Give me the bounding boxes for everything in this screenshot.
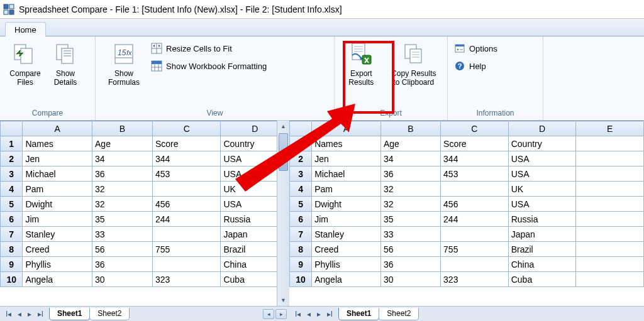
hscroll-right-icon[interactable]: ▸ xyxy=(275,309,287,319)
scroll-down-icon[interactable]: ▼ xyxy=(277,295,289,306)
cell[interactable]: Stanley xyxy=(312,227,381,242)
cell[interactable]: 56 xyxy=(92,242,153,257)
show-details-button[interactable]: Show Details xyxy=(47,39,84,87)
cell[interactable]: Russia xyxy=(508,212,576,227)
show-formulas-button[interactable]: 15fx Show Formulas xyxy=(99,39,148,87)
cell[interactable]: 32 xyxy=(92,197,153,212)
cell[interactable]: 234 xyxy=(441,182,509,197)
nav-next-icon[interactable]: ▸ xyxy=(317,310,321,318)
cell[interactable]: 244 xyxy=(441,212,509,227)
cell[interactable]: 32 xyxy=(92,182,153,197)
row-header[interactable]: 7 xyxy=(1,227,23,242)
cell[interactable]: 500 xyxy=(152,257,220,272)
cell[interactable]: Phyllis xyxy=(312,257,381,272)
row-header[interactable]: 10 xyxy=(290,272,312,287)
row-header[interactable]: 2 xyxy=(1,151,23,166)
cell[interactable]: Angela xyxy=(312,272,381,287)
cell[interactable]: 344 xyxy=(152,151,220,166)
cell[interactable]: 233 xyxy=(441,257,509,272)
cell[interactable] xyxy=(576,136,644,151)
cell[interactable]: 30 xyxy=(380,272,440,287)
row-header[interactable]: 8 xyxy=(290,242,312,257)
nav-prev-icon[interactable]: ◂ xyxy=(18,310,21,318)
cell[interactable]: Jim xyxy=(312,212,381,227)
col-header-C[interactable]: C xyxy=(152,121,220,136)
cell[interactable]: 33 xyxy=(380,227,440,242)
export-results-button[interactable]: Export Results xyxy=(338,39,384,87)
cell[interactable]: 36 xyxy=(92,166,153,182)
cell[interactable]: Cuba xyxy=(508,272,576,287)
cell[interactable]: 755 xyxy=(441,242,509,257)
row-header[interactable]: 6 xyxy=(1,212,23,227)
cell[interactable]: 244 xyxy=(152,212,220,227)
hscroll-left-icon[interactable]: ◂ xyxy=(263,309,274,319)
cell[interactable]: 533 xyxy=(152,227,220,242)
cell[interactable]: Michael xyxy=(23,166,92,182)
cell[interactable]: 36 xyxy=(380,166,440,182)
cell[interactable]: 56 xyxy=(380,242,440,257)
cell[interactable] xyxy=(576,212,644,227)
nav-last-icon[interactable]: ▸I xyxy=(327,310,333,318)
sheet-tab-sheet1[interactable]: Sheet1 xyxy=(49,308,90,320)
cell[interactable] xyxy=(576,242,644,257)
row-header[interactable]: 7 xyxy=(290,227,312,242)
nav-next-icon[interactable]: ▸ xyxy=(28,310,31,318)
cell[interactable]: Jim xyxy=(23,212,92,227)
cell[interactable] xyxy=(576,197,644,212)
cell[interactable]: UK xyxy=(508,182,576,197)
cell[interactable]: 35 xyxy=(92,212,153,227)
cell[interactable]: Score xyxy=(152,136,220,151)
resize-cells-button[interactable]: Resize Cells to Fit xyxy=(148,41,269,55)
cell[interactable]: China xyxy=(508,257,576,272)
cell[interactable]: Pam xyxy=(23,182,92,197)
cell[interactable]: Age xyxy=(380,136,440,151)
col-header-A[interactable]: A xyxy=(23,121,92,136)
row-header[interactable]: 1 xyxy=(1,136,23,151)
cell[interactable]: 344 xyxy=(441,151,509,166)
nav-prev-icon[interactable]: ◂ xyxy=(307,310,311,318)
cell[interactable]: 323 xyxy=(441,272,509,287)
row-header[interactable]: 9 xyxy=(290,257,312,272)
cell[interactable]: Creed xyxy=(312,242,381,257)
cell[interactable]: Creed xyxy=(23,242,92,257)
cell[interactable]: 34 xyxy=(92,151,153,166)
cell[interactable]: Names xyxy=(23,136,92,151)
cell[interactable] xyxy=(576,257,644,272)
col-header-B[interactable]: B xyxy=(380,121,440,136)
col-header-E[interactable]: E xyxy=(576,121,644,136)
cell[interactable]: 35 xyxy=(380,212,440,227)
cell[interactable]: 456 xyxy=(152,197,220,212)
cell[interactable]: 453 xyxy=(152,166,220,182)
row-header[interactable]: 10 xyxy=(1,272,23,287)
cell[interactable]: 32 xyxy=(380,182,440,197)
nav-last-icon[interactable]: ▸I xyxy=(38,310,43,318)
sheet-tab-sheet1[interactable]: Sheet1 xyxy=(338,308,379,320)
cell[interactable]: USA xyxy=(508,151,576,166)
col-header-D[interactable]: D xyxy=(508,121,576,136)
cell[interactable]: Stanley xyxy=(23,227,92,242)
options-button[interactable]: Options xyxy=(452,41,500,55)
cell[interactable] xyxy=(576,151,644,166)
cell[interactable]: 30 xyxy=(92,272,153,287)
sheet-tab-sheet2[interactable]: Sheet2 xyxy=(379,308,419,320)
cell[interactable]: Age xyxy=(92,136,153,151)
col-header-C[interactable]: C xyxy=(441,121,509,136)
cell[interactable]: 32 xyxy=(380,197,440,212)
cell[interactable]: Jen xyxy=(23,151,92,166)
cell[interactable]: 36 xyxy=(92,257,153,272)
cell[interactable]: 755 xyxy=(152,242,220,257)
cell[interactable]: Brazil xyxy=(508,242,576,257)
tab-home[interactable]: Home xyxy=(5,22,46,36)
corner-cell[interactable] xyxy=(1,121,23,136)
cell[interactable] xyxy=(576,182,644,197)
row-header[interactable]: 5 xyxy=(290,197,312,212)
cell[interactable]: 456 xyxy=(441,197,509,212)
cell[interactable]: Dwight xyxy=(23,197,92,212)
cell[interactable]: 346 xyxy=(152,182,220,197)
row-header[interactable]: 6 xyxy=(290,212,312,227)
cell[interactable]: USA xyxy=(508,166,576,182)
cell[interactable]: 36 xyxy=(380,257,440,272)
cell[interactable]: Score xyxy=(441,136,509,151)
cell[interactable]: Phyllis xyxy=(23,257,92,272)
col-header-B[interactable]: B xyxy=(92,121,153,136)
